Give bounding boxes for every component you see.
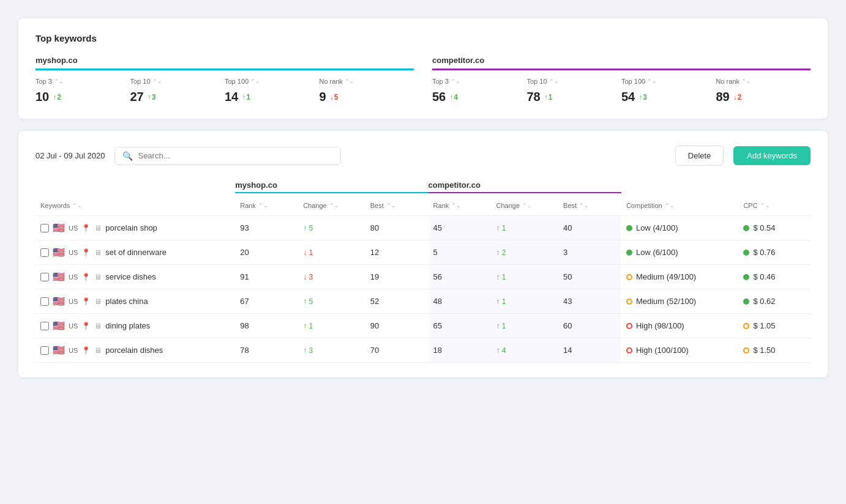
comp-change-value: ↑ 1 — [496, 297, 553, 306]
cpc-cell: $ 0.76 — [738, 240, 810, 265]
stat-change: ↓ 2 — [733, 93, 742, 102]
keyword-text: porcelain dishes — [105, 346, 163, 355]
th-cpc[interactable]: CPC ⌃⌄ — [738, 196, 810, 216]
th-my-rank[interactable]: Rank ⌃⌄ — [235, 196, 298, 216]
comp-best: 14 — [558, 338, 621, 363]
competition-dot — [626, 347, 632, 354]
th-my-change[interactable]: Change ⌃⌄ — [298, 196, 365, 216]
location-icon: 📍 — [81, 346, 91, 355]
row-checkbox[interactable] — [40, 346, 49, 355]
country-label: US — [69, 298, 78, 305]
keyword-text: porcelain shop — [105, 223, 157, 232]
country-label: US — [69, 224, 78, 232]
my-change: ↑ 1 — [298, 314, 365, 338]
competition-cell: Medium (52/100) — [621, 289, 738, 314]
keyword-text: service dishes — [105, 272, 155, 281]
stat-change: ↑ 2 — [53, 93, 61, 102]
search-input[interactable] — [138, 151, 333, 160]
group-header-row: myshop.co competitor.co — [36, 180, 810, 196]
stat-header: Top 100 ⌃⌄ — [621, 78, 716, 85]
competitor-stats-row: Top 3 ⌃⌄ 56 ↑ 4 Top 10 ⌃⌄ 78 ↑ 1 — [432, 78, 810, 104]
competition-dot — [626, 274, 632, 280]
competition-cell: High (100/100) — [621, 338, 738, 363]
stat-col: No rank ⌃⌄ 89 ↓ 2 — [716, 78, 811, 104]
sort-competition-icon: ⌃⌄ — [665, 202, 675, 209]
my-rank: 93 — [235, 216, 298, 240]
keyword-cell: 🇺🇸 US 📍 🖥 plates china — [36, 289, 235, 314]
comp-rank: 18 — [429, 338, 492, 363]
my-change: ↓ 1 — [298, 240, 365, 265]
date-range: 02 Jul - 09 Jul 2020 — [36, 151, 105, 160]
my-rank: 78 — [235, 338, 298, 363]
cpc-dot — [743, 347, 749, 354]
competition-cell: Low (6/100) — [621, 240, 738, 265]
competition-label: High (98/100) — [636, 321, 684, 330]
my-change: ↓ 3 — [298, 265, 365, 289]
competition-dot — [626, 250, 632, 256]
stat-header: No rank ⌃⌄ — [320, 78, 414, 85]
my-best: 70 — [365, 338, 429, 363]
stat-header: Top 10 ⌃⌄ — [130, 78, 225, 85]
comp-best: 40 — [558, 216, 621, 240]
comp-best: 50 — [558, 265, 621, 289]
device-icon: 🖥 — [94, 322, 102, 330]
stat-value: 56 ↑ 4 — [432, 90, 527, 104]
competition-dot — [626, 225, 632, 231]
cpc-value: $ 0.54 — [753, 223, 775, 232]
row-checkbox[interactable] — [40, 273, 49, 281]
sort-cpc-icon: ⌃⌄ — [760, 202, 770, 209]
cpc-value: $ 0.46 — [753, 272, 775, 281]
my-change: ↑ 5 — [298, 289, 365, 314]
comp-change-value: ↑ 1 — [496, 322, 553, 330]
stat-value: 78 ↑ 1 — [527, 90, 622, 104]
th-comp-change[interactable]: Change ⌃⌄ — [491, 196, 558, 216]
location-icon: 📍 — [81, 273, 91, 281]
stat-change: ↑ 3 — [148, 93, 156, 102]
stat-change: ↑ 1 — [544, 93, 553, 102]
top-keywords-grid: myshop.co Top 3 ⌃⌄ 10 ↑ 2 Top 10 ⌃⌄ 27 — [36, 56, 810, 104]
cpc-value: $ 0.76 — [753, 248, 775, 257]
comp-change-value: ↑ 2 — [496, 248, 553, 257]
stat-change: ↑ 4 — [449, 93, 458, 102]
th-my-best[interactable]: Best ⌃⌄ — [365, 196, 429, 216]
row-checkbox[interactable] — [40, 297, 49, 306]
device-icon: 🖥 — [94, 248, 102, 257]
competitor-section: competitor.co Top 3 ⌃⌄ 56 ↑ 4 Top 10 ⌃⌄ … — [432, 56, 810, 104]
stat-header: Top 100 ⌃⌄ — [225, 78, 320, 85]
comp-rank: 65 — [429, 314, 492, 338]
stat-col: No rank ⌃⌄ 9 ↓ 5 — [320, 78, 414, 104]
cpc-dot — [743, 298, 749, 305]
sort-keywords-icon: ⌃⌄ — [72, 202, 82, 209]
sort-my-best-icon: ⌃⌄ — [386, 202, 396, 209]
sort-comp-rank-icon: ⌃⌄ — [451, 202, 461, 209]
my-change-value: ↓ 3 — [303, 273, 361, 281]
cpc-dot — [743, 225, 749, 231]
flag-icon: 🇺🇸 — [53, 295, 65, 307]
sort-comp-change-icon: ⌃⌄ — [522, 202, 532, 209]
keyword-cell: 🇺🇸 US 📍 🖥 set of dinnerware — [36, 240, 235, 265]
search-box[interactable]: 🔍 — [114, 147, 341, 165]
keywords-table-container: myshop.co competitor.co Keywords ⌃⌄ — [36, 180, 810, 363]
add-keywords-button[interactable]: Add keywords — [733, 146, 810, 165]
sort-my-rank-icon: ⌃⌄ — [258, 202, 268, 209]
search-icon: 🔍 — [122, 151, 133, 161]
my-change: ↑ 3 — [298, 338, 365, 363]
comp-change: ↑ 2 — [491, 240, 558, 265]
comp-change-value: ↑ 1 — [496, 273, 553, 281]
column-header-row: Keywords ⌃⌄ Rank ⌃⌄ Change ⌃⌄ — [36, 196, 810, 216]
row-checkbox[interactable] — [40, 224, 49, 232]
table-row: 🇺🇸 US 📍 🖥 porcelain shop 93 ↑ 5 80 45 ↑ … — [36, 216, 810, 240]
th-comp-best[interactable]: Best ⌃⌄ — [558, 196, 621, 216]
delete-button[interactable]: Delete — [675, 146, 724, 166]
row-checkbox[interactable] — [40, 248, 49, 257]
th-keywords[interactable]: Keywords ⌃⌄ — [36, 196, 235, 216]
stat-header: Top 3 ⌃⌄ — [432, 78, 527, 85]
th-comp-rank[interactable]: Rank ⌃⌄ — [429, 196, 492, 216]
device-icon: 🖥 — [94, 273, 102, 281]
flag-icon: 🇺🇸 — [53, 246, 65, 258]
competition-label: Medium (49/100) — [636, 272, 696, 281]
my-best: 12 — [365, 240, 429, 265]
row-checkbox[interactable] — [40, 322, 49, 330]
competitor-bar — [432, 69, 810, 70]
th-competition[interactable]: Competition ⌃⌄ — [621, 196, 738, 216]
